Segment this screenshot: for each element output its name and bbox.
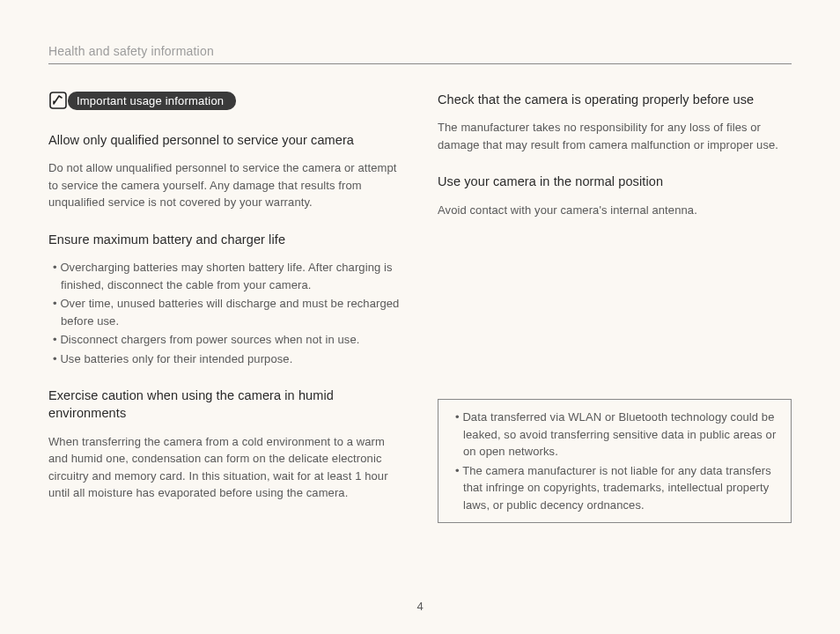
- section-heading-qualified: Allow only qualified personnel to servic…: [48, 131, 402, 149]
- page-header: Health and safety information: [48, 44, 792, 64]
- info-box: Data transferred via WLAN or Bluetooth t…: [438, 399, 792, 523]
- left-column: Important usage information Allow only q…: [48, 91, 402, 523]
- list-item: The camera manufacturer is not liable fo…: [451, 462, 778, 514]
- section-body: When transferring the camera from a cold…: [48, 433, 402, 502]
- section-body: Do not allow unqualified personnel to se…: [48, 159, 402, 211]
- content-columns: Important usage information Allow only q…: [48, 91, 792, 523]
- section-heading-humid: Exercise caution when using the camera i…: [48, 387, 402, 423]
- section-heading-battery: Ensure maximum battery and charger life: [48, 231, 402, 248]
- info-box-list: Data transferred via WLAN or Bluetooth t…: [451, 409, 778, 513]
- important-badge: Important usage information: [68, 92, 236, 110]
- battery-list: Overcharging batteries may shorten batte…: [48, 259, 402, 367]
- list-item: Data transferred via WLAN or Bluetooth t…: [451, 409, 778, 461]
- section-heading-position: Use your camera in the normal position: [438, 173, 792, 190]
- svg-rect-0: [50, 92, 66, 108]
- section-body: Avoid contact with your camera's interna…: [438, 202, 792, 219]
- right-column: Check that the camera is operating prope…: [438, 91, 792, 523]
- note-icon: [48, 91, 68, 110]
- badge-wrap: Important usage information: [48, 91, 402, 110]
- list-item: Use batteries only for their intended pu…: [48, 350, 402, 368]
- list-item: Overcharging batteries may shorten batte…: [48, 259, 402, 293]
- section-body: The manufacturer takes no responsibility…: [438, 119, 792, 153]
- page-number: 4: [0, 600, 840, 613]
- list-item: Over time, unused batteries will dischar…: [48, 295, 402, 329]
- section-heading-check: Check that the camera is operating prope…: [438, 91, 792, 108]
- list-item: Disconnect chargers from power sources w…: [48, 331, 402, 349]
